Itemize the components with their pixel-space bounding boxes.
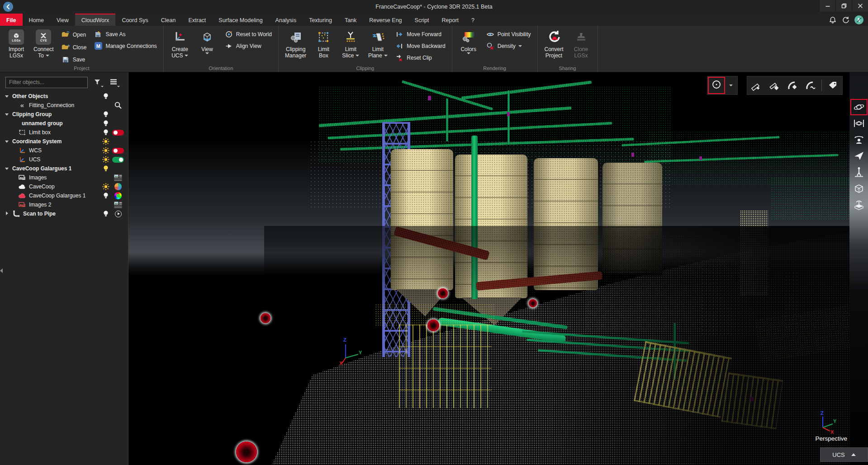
tab-home[interactable]: Home (23, 14, 50, 26)
tab-view[interactable]: View (50, 14, 75, 26)
restore-button[interactable] (835, 0, 852, 12)
expander-down-icon[interactable] (5, 112, 9, 117)
move-backward-button[interactable]: Move Backward (392, 41, 448, 51)
turntable-button[interactable] (851, 197, 867, 212)
viewport-3d[interactable]: Z Y X (128, 72, 868, 465)
close-button[interactable] (852, 0, 868, 12)
manage-connections-button[interactable]: MManage Connections (91, 41, 159, 51)
tab-script[interactable]: Script (408, 14, 436, 26)
save-button[interactable]: Save (58, 55, 90, 65)
bulb-icon[interactable] (102, 110, 109, 118)
tab-file[interactable]: File (0, 14, 23, 26)
open-button[interactable]: Open (58, 29, 90, 40)
scan-position-target[interactable] (261, 313, 270, 323)
tab-texturing[interactable]: Texturing (303, 14, 338, 26)
rgb-color-icon[interactable] (114, 192, 122, 199)
imgprops-icon[interactable] (114, 201, 123, 209)
tree-item-images-2[interactable]: Images 2 (0, 200, 128, 209)
color-pie-icon[interactable] (114, 183, 122, 190)
angle-diamond-button[interactable] (784, 77, 801, 94)
tab-surface-modeling[interactable]: Surface Modeling (212, 14, 269, 26)
tree-item-clipping-group[interactable]: Clipping Group (0, 110, 128, 119)
walk-button[interactable] (851, 164, 867, 180)
bulb-icon[interactable] (102, 128, 109, 136)
connect-to-button[interactable]: CYEConnectTo (31, 28, 57, 60)
tree-item-wcs[interactable]: WCS (0, 146, 128, 155)
import-lgsx-button[interactable]: LGSxImportLGSx (4, 28, 29, 60)
limit-slice-button[interactable]: LimitSlice (338, 28, 363, 60)
toggle-red-icon[interactable] (112, 148, 124, 154)
tab-reverse-eng[interactable]: Reverse Eng (363, 14, 408, 26)
tree-item-cavecoop[interactable]: CaveCoop (0, 182, 128, 191)
pie-icon[interactable] (114, 183, 122, 190)
tag-button[interactable] (824, 77, 841, 94)
bulb-yellow-icon[interactable] (102, 164, 109, 173)
tree-item-cavecoop-galargues-1[interactable]: CaveCoop Galargues 1 (0, 164, 128, 173)
select-mode-dropdown[interactable] (726, 77, 736, 94)
look-around-button[interactable] (851, 132, 867, 147)
limit-plane-button[interactable]: LimitPlane (365, 28, 390, 60)
align-view-button[interactable]: Align View (222, 41, 275, 51)
sun-icon[interactable] (102, 146, 110, 155)
tree-item-images[interactable]: Images (0, 173, 128, 182)
expander-right-icon[interactable] (5, 211, 9, 216)
tab-clean[interactable]: Clean (155, 14, 182, 26)
rgb-icon[interactable] (114, 192, 122, 199)
bulb-icon[interactable] (102, 192, 109, 200)
state-toggle-green[interactable] (112, 157, 124, 163)
panel-collapse-arrow-icon[interactable] (0, 264, 4, 277)
angle-wave-button[interactable] (802, 77, 819, 94)
reset-clip-button[interactable]: Reset Clip (392, 53, 448, 63)
convert-project-button[interactable]: ConvertProject (541, 28, 567, 60)
imgprops-icon[interactable] (114, 174, 123, 182)
play-icon[interactable] (115, 211, 122, 217)
pointer-off-icon[interactable] (854, 15, 863, 24)
create-ucs-button[interactable]: CreateUCS (167, 28, 193, 60)
filter-input[interactable] (5, 77, 88, 88)
play-icon[interactable] (115, 211, 122, 217)
tab-tank[interactable]: Tank (338, 14, 363, 26)
measure-add-button[interactable] (748, 77, 765, 94)
expander-down-icon[interactable] (5, 94, 9, 99)
tree-item-scan-to-pipe[interactable]: Scan to Pipe (0, 209, 128, 218)
tab-extract[interactable]: Extract (182, 14, 212, 26)
tree-item-coordinate-system[interactable]: Coordinate System (0, 137, 128, 146)
bulb-icon[interactable] (102, 92, 109, 100)
state-toggle-red[interactable] (112, 130, 124, 136)
scan-position-target[interactable] (438, 288, 448, 298)
orbit-constrained-button[interactable] (851, 116, 867, 131)
bell-icon[interactable] (828, 15, 837, 24)
tree-item-ucs[interactable]: UCS (0, 155, 128, 164)
scan-position-target[interactable] (236, 442, 257, 462)
expander-down-icon[interactable] (5, 139, 9, 144)
scan-position-target[interactable] (529, 299, 537, 307)
toggle-green-icon[interactable] (112, 157, 124, 163)
panel-menu-button[interactable] (107, 76, 120, 88)
tab-help[interactable]: ? (465, 14, 481, 26)
tab-cloudworx[interactable]: CloudWorx (75, 14, 116, 26)
expander-down-icon[interactable] (5, 166, 9, 171)
clipping-manager-button[interactable]: ClippingManager (282, 28, 309, 60)
sun-icon[interactable] (102, 155, 110, 164)
move-forward-button[interactable]: Move Forward (392, 29, 448, 39)
density-button[interactable]: Density (483, 41, 534, 51)
tab-coord-sys[interactable]: Coord Sys (115, 14, 154, 26)
bulb-icon[interactable] (102, 119, 109, 127)
scan-position-target[interactable] (427, 319, 439, 331)
view-button[interactable]: View (194, 28, 220, 56)
app-back-icon[interactable] (3, 2, 13, 12)
minimize-button[interactable] (819, 0, 835, 12)
sync-icon[interactable] (841, 15, 850, 24)
sun-icon[interactable] (102, 183, 110, 191)
tree-item-other-objects[interactable]: Other Objects (0, 92, 128, 101)
filter-funnel-button[interactable] (90, 76, 104, 88)
measure-check-button[interactable] (766, 77, 783, 94)
orbit-button[interactable] (851, 99, 867, 115)
toggle-red-icon[interactable] (112, 130, 124, 136)
save-as-button[interactable]: Save As (91, 29, 159, 39)
coordinate-system-selector[interactable]: UCS (820, 447, 868, 462)
limit-box-button[interactable]: LimitBox (311, 28, 336, 60)
sun-icon[interactable] (102, 137, 110, 146)
tab-analysis[interactable]: Analysis (269, 14, 303, 26)
point-visibility-button[interactable]: Point Visibility (483, 29, 534, 39)
